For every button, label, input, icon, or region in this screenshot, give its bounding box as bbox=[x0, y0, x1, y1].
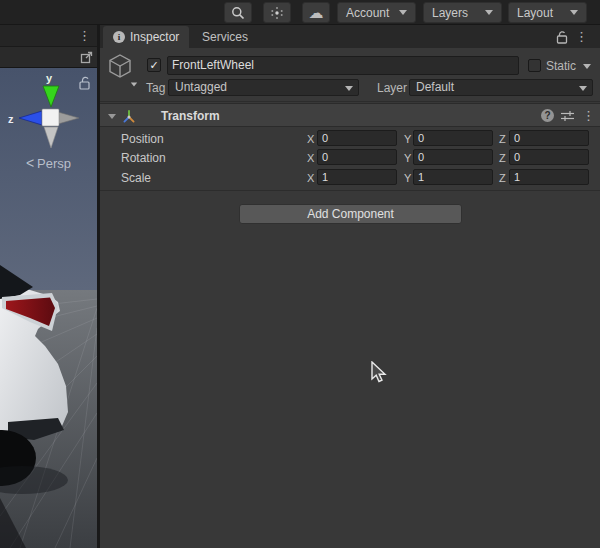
account-dropdown[interactable]: Account bbox=[337, 2, 416, 23]
scale-y-field[interactable]: 1 bbox=[413, 169, 493, 185]
layers-label: Layers bbox=[432, 6, 468, 20]
layers-dropdown[interactable]: Layers bbox=[423, 2, 502, 23]
x-axis-label: X bbox=[307, 133, 314, 145]
tab-inspector-label: Inspector bbox=[130, 30, 179, 44]
activity-indicator-icon bbox=[270, 6, 284, 20]
tab-services[interactable]: Services bbox=[192, 26, 258, 48]
position-y-field[interactable]: 0 bbox=[413, 130, 493, 146]
popout-icon[interactable] bbox=[80, 51, 93, 64]
main-toolbar: ☁ Account Layers Layout bbox=[0, 0, 600, 25]
x-axis-label: X bbox=[307, 172, 314, 184]
lock-icon[interactable] bbox=[556, 30, 568, 44]
position-x-field[interactable]: 0 bbox=[317, 130, 397, 146]
kebab-menu-icon[interactable]: ⋮ bbox=[575, 30, 588, 43]
gameobject-cube-icon[interactable] bbox=[107, 53, 133, 79]
cloud-button[interactable]: ☁ bbox=[302, 2, 330, 23]
static-label: Static bbox=[546, 59, 576, 73]
header-divider bbox=[100, 101, 600, 102]
persp-label[interactable]: < Persp bbox=[26, 155, 71, 171]
rotation-label: Rotation bbox=[121, 151, 166, 165]
y-axis-label: Y bbox=[404, 152, 411, 164]
gameobject-name-field[interactable]: FrontLeftWheel bbox=[167, 56, 519, 75]
activity-button[interactable] bbox=[263, 2, 291, 23]
tab-inspector[interactable]: i Inspector bbox=[103, 26, 189, 48]
x-axis-label: X bbox=[307, 152, 314, 164]
z-axis-label: Z bbox=[499, 133, 506, 145]
gizmo-z-label: z bbox=[8, 113, 14, 125]
y-axis-label: Y bbox=[404, 172, 411, 184]
rotation-y-field[interactable]: 0 bbox=[413, 149, 493, 165]
y-axis-label: Y bbox=[404, 133, 411, 145]
active-checkbox[interactable]: ✓ bbox=[147, 58, 161, 72]
chevron-down-icon bbox=[485, 10, 493, 15]
inspector-tab-bar: i Inspector Services ⋮ bbox=[100, 25, 600, 48]
component-divider bbox=[100, 190, 600, 191]
position-z-field[interactable]: 0 bbox=[509, 130, 589, 146]
z-axis-label: Z bbox=[499, 172, 506, 184]
info-icon: i bbox=[113, 31, 125, 43]
layer-dropdown[interactable]: Default bbox=[409, 79, 593, 96]
gizmo-y-label: y bbox=[46, 72, 53, 84]
scene-toolbar bbox=[0, 47, 97, 68]
layer-label: Layer bbox=[377, 81, 407, 95]
chevron-down-icon bbox=[570, 10, 578, 15]
svg-text:Persp: Persp bbox=[37, 156, 71, 171]
layout-dropdown[interactable]: Layout bbox=[508, 2, 587, 23]
rotation-z-field[interactable]: 0 bbox=[509, 149, 589, 165]
presets-icon[interactable] bbox=[561, 110, 574, 122]
scale-z-field[interactable]: 1 bbox=[509, 169, 589, 185]
mouse-cursor bbox=[371, 361, 389, 385]
tag-dropdown[interactable]: Untagged bbox=[168, 79, 359, 96]
layout-label: Layout bbox=[517, 6, 553, 20]
persp-arrow-icon: < bbox=[26, 155, 34, 171]
layer-value: Default bbox=[416, 80, 454, 94]
chevron-down-icon bbox=[345, 86, 353, 91]
tag-label: Tag bbox=[146, 81, 165, 95]
search-icon bbox=[231, 6, 245, 20]
chevron-down-icon bbox=[399, 10, 407, 15]
z-axis-label: Z bbox=[499, 152, 506, 164]
transform-icon bbox=[121, 108, 137, 124]
scene-viewport[interactable]: y z < Persp bbox=[0, 68, 97, 548]
cube-dropdown-icon[interactable] bbox=[131, 83, 137, 87]
foldout-icon[interactable] bbox=[108, 114, 116, 119]
kebab-menu-icon[interactable]: ⋮ bbox=[582, 109, 595, 122]
tag-value: Untagged bbox=[175, 80, 227, 94]
account-label: Account bbox=[346, 6, 389, 20]
transform-title: Transform bbox=[161, 109, 220, 123]
scene-tab-bar: ⋮ bbox=[0, 25, 97, 47]
scale-x-field[interactable]: 1 bbox=[317, 169, 397, 185]
kebab-menu-icon[interactable]: ⋮ bbox=[78, 29, 91, 42]
chevron-down-icon bbox=[579, 86, 587, 91]
cloud-icon: ☁ bbox=[309, 5, 324, 20]
static-checkbox[interactable] bbox=[528, 59, 541, 72]
position-label: Position bbox=[121, 132, 164, 146]
static-dropdown-icon[interactable] bbox=[583, 64, 591, 69]
scale-label: Scale bbox=[121, 171, 151, 185]
help-icon[interactable]: ? bbox=[541, 109, 554, 122]
gizmo-center-cube bbox=[42, 109, 59, 126]
rotation-x-field[interactable]: 0 bbox=[317, 149, 397, 165]
transform-component-header[interactable]: Transform ? ⋮ bbox=[100, 103, 600, 127]
tab-services-label: Services bbox=[202, 30, 248, 44]
unity-editor-window: ☁ Account Layers Layout ⋮ bbox=[0, 0, 600, 548]
add-component-button[interactable]: Add Component bbox=[239, 204, 462, 224]
check-icon: ✓ bbox=[149, 59, 158, 71]
search-button[interactable] bbox=[224, 2, 252, 23]
